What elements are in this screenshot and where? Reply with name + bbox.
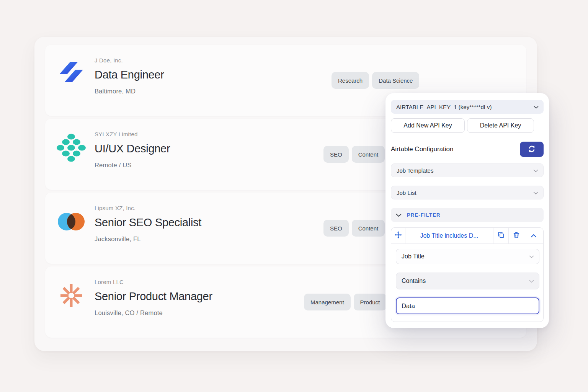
table-select-value: Job Templates [397,167,433,174]
section-title: Airtable Configuration [391,145,453,153]
trash-icon [513,232,520,240]
filter-operator-select[interactable]: Contains [396,273,539,289]
filter-field-select[interactable]: Job Title [396,249,539,264]
company-logo-blue-slanted-bars [56,59,87,89]
delete-filter-button[interactable] [509,228,524,243]
view-select-value: Job List [397,189,416,196]
refresh-icon [528,145,536,154]
company-name: Lorem LLC [95,279,212,285]
job-title: Senior SEO Specialist [95,216,201,229]
company-logo-orange-asterisk [56,280,87,311]
view-select[interactable]: Job List [391,186,544,199]
tag: Product [354,294,387,310]
chevron-up-icon [531,232,537,239]
filter-operator-value: Contains [402,278,426,284]
company-name: J Doe, Inc. [95,57,164,64]
tag: SEO [323,146,349,163]
tag: Research [332,72,369,89]
filter-field-value: Job Title [402,253,425,260]
filter-rule-header: Job Title includes D... [391,228,543,244]
move-icon [395,231,402,240]
add-api-key-button[interactable]: Add New API Key [391,118,465,133]
job-title: Data Engineer [95,69,164,81]
company-name: Lipsum XZ, Inc. [95,205,201,211]
job-tags: Management Product [304,294,386,310]
job-title: UI/UX Designer [95,142,170,155]
drag-handle[interactable] [391,228,405,243]
job-location: Jacksonville, FL [95,235,201,243]
airtable-config-panel: AIRTABLE_API_KEY_1 (key*****dLv) Add New… [385,93,549,328]
tag: Content [352,146,385,163]
tag: Management [304,294,351,310]
filter-rule-card: Job Title includes D... [391,227,544,322]
duplicate-filter-button[interactable] [493,228,509,243]
api-key-select[interactable]: AIRTABLE_API_KEY_1 (key*****dLv) [391,100,544,114]
chevron-down-icon [529,278,534,284]
job-location: Baltimore, MD [95,88,164,95]
chevron-down-icon [533,167,538,174]
prefilter-toggle[interactable]: PRE-FILTER [391,208,544,222]
collapse-filter-button[interactable] [524,228,543,243]
copy-icon [498,232,505,240]
refresh-button[interactable] [520,142,544,157]
chevron-down-icon [534,104,539,110]
job-tags: Research Data Science [332,72,419,89]
chevron-down-icon [533,189,538,196]
tag: SEO [323,220,349,237]
chevron-down-icon [529,253,534,260]
filter-value-input[interactable] [396,297,539,314]
tag: Data Science [372,72,419,89]
job-title: Senior Product Manager [95,290,212,303]
delete-api-key-button[interactable]: Delete API Key [467,118,534,133]
tag: Content [352,220,385,237]
job-location: Louisville, CO / Remote [95,309,212,317]
company-logo-venn-overlap-circles [56,206,87,237]
company-logo-teal-dot-diamond [56,132,87,163]
table-select[interactable]: Job Templates [391,163,544,177]
prefilter-label: PRE-FILTER [407,212,441,218]
airtable-configuration-section: Airtable Configuration [391,142,544,157]
filter-summary-link[interactable]: Job Title includes D... [405,228,493,243]
job-location: Remote / US [95,162,170,169]
api-key-select-value: AIRTABLE_API_KEY_1 (key*****dLv) [396,104,492,110]
chevron-down-icon [396,212,402,219]
company-name: SYLXZY Limited [95,131,170,137]
